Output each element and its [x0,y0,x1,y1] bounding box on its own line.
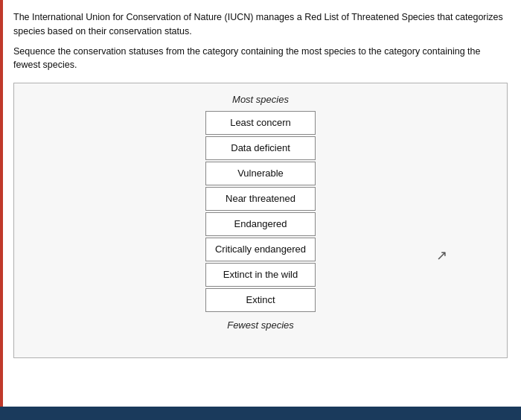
label-most: Most species [232,94,289,105]
item-extinct[interactable]: Extinct [205,288,316,312]
item-data-deficient[interactable]: Data deficient [205,136,316,160]
instruction-text: Sequence the conservation statuses from … [13,45,508,73]
label-fewest: Fewest species [227,319,294,331]
item-critically-endangered[interactable]: Critically endangered [205,238,316,261]
item-endangered[interactable]: Endangered [205,212,316,236]
red-strip [0,0,3,420]
description-text: The International Union for Conservation… [13,10,508,39]
item-near-threatened[interactable]: Near threatened [205,187,316,211]
cursor-icon: ↗ [436,247,447,264]
ordering-area: Most species Least concernData deficient… [13,83,508,358]
sequence-list: Least concernData deficientVulnerableNea… [201,111,320,314]
item-vulnerable[interactable]: Vulnerable [205,162,316,185]
item-extinct-wild[interactable]: Extinct in the wild [205,263,316,287]
page-wrapper: The International Union for Conservation… [0,0,521,420]
item-least-concern[interactable]: Least concern [205,111,316,135]
bottom-bar [0,407,521,420]
